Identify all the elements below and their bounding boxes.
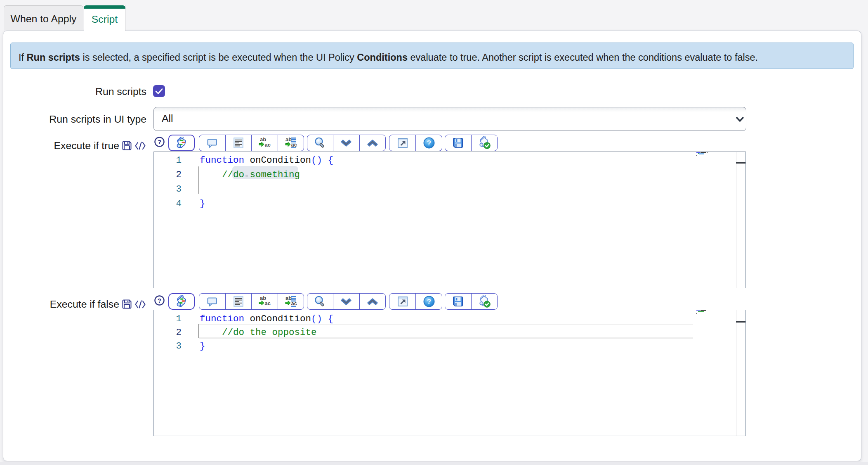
- svg-text:?: ?: [158, 138, 161, 145]
- svg-text:?: ?: [158, 297, 161, 304]
- svg-text:ac: ac: [291, 142, 297, 148]
- svg-text:ac: ac: [265, 142, 271, 148]
- svg-text:ac: ac: [265, 300, 271, 306]
- svg-text:ac: ac: [291, 300, 297, 306]
- svg-text:?: ?: [427, 298, 431, 306]
- svg-text:?: ?: [427, 139, 431, 147]
